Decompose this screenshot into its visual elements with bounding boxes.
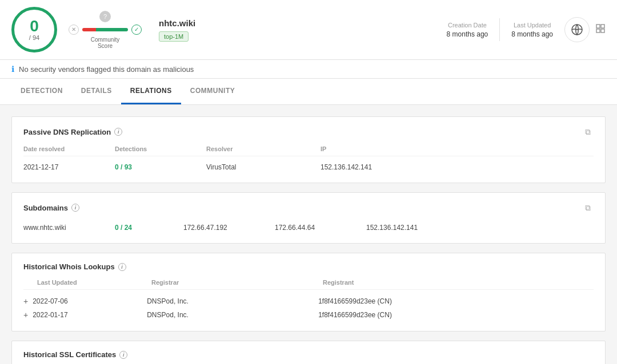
whois-info-icon: i: [118, 263, 126, 271]
last-updated-label: Last Updated: [511, 22, 553, 29]
whois-row-1-grid: 2022-07-06 DNSPod, Inc. 1f8f4166599d23ee…: [33, 297, 594, 305]
whois-expand-2[interactable]: +: [23, 310, 28, 319]
whois-title: Historical Whois Lookups i: [23, 262, 126, 271]
passive-dns-table-header: Date resolved Detections Resolver IP: [23, 145, 594, 156]
creation-date-value: 8 months ago: [447, 30, 488, 38]
score-circle: 0 / 94: [11, 7, 57, 52]
subdomains-copy-icon[interactable]: ⧉: [582, 202, 594, 213]
passive-dns-header: Passive DNS Replication i ⧉: [23, 126, 594, 137]
subdomains-section: Subdomains i ⧉ www.nhtc.wiki 0 / 24 172.…: [11, 192, 606, 244]
passive-dns-row: 2021-12-17 0 / 93 VirusTotal 152.136.142…: [23, 161, 594, 173]
passive-dns-copy-icon[interactable]: ⧉: [582, 126, 594, 137]
whois-row-2: + 2022-01-17 DNSPod, Inc. 1f8f4166599d23…: [23, 308, 594, 322]
whois-row-2-grid: 2022-01-17 DNSPod, Inc. 1f8f4166599d23ee…: [33, 311, 594, 319]
subdomains-title: Subdomains i: [23, 204, 79, 212]
ssl-section-header: Historical SSL Certificates i: [23, 350, 594, 359]
domain-info: nhtc.wiki top-1M: [159, 18, 447, 42]
domain-tag: top-1M: [159, 31, 189, 42]
subdomains-header: Subdomains i ⧉: [23, 202, 594, 213]
globe-icon[interactable]: [564, 17, 590, 42]
whois-expand-1[interactable]: +: [23, 297, 28, 306]
community-bar-red: [82, 28, 96, 31]
alert-text: No security vendors flagged this domain …: [19, 65, 194, 74]
creation-date-label: Creation Date: [447, 22, 488, 29]
community-bar-green: [96, 28, 128, 31]
score-number: 0: [30, 18, 39, 34]
top-bar: 0 / 94 ? ✕ ✓ CommunityScore nhtc.wiki to…: [0, 0, 617, 60]
community-x-button[interactable]: ✕: [69, 25, 79, 35]
passive-dns-title: Passive DNS Replication i: [23, 128, 122, 136]
whois-section-header: Historical Whois Lookups i: [23, 262, 594, 271]
meta-info: Creation Date 8 months ago Last Updated …: [447, 18, 553, 41]
ssl-section: Historical SSL Certificates i First seen…: [11, 341, 606, 364]
svg-rect-2: [601, 25, 604, 28]
tab-relations[interactable]: RELATIONS: [121, 79, 181, 104]
alert-info-icon: ℹ: [11, 64, 14, 74]
svg-rect-3: [596, 29, 600, 33]
subdomains-row: www.nhtc.wiki 0 / 24 172.66.47.192 172.6…: [23, 221, 594, 234]
meta-divider: [499, 18, 500, 41]
svg-rect-1: [596, 25, 600, 28]
ssl-info-icon: i: [119, 351, 127, 359]
community-bar: [82, 28, 128, 31]
whois-section: Historical Whois Lookups i Last Updated …: [11, 253, 606, 331]
community-bar-area: ✕ ✓: [69, 25, 142, 35]
main-content: Passive DNS Replication i ⧉ Date resolve…: [0, 105, 617, 364]
last-updated-value: 8 months ago: [511, 30, 553, 38]
domain-name: nhtc.wiki: [159, 18, 447, 28]
last-updated-block: Last Updated 8 months ago: [511, 22, 553, 38]
passive-dns-info-icon: i: [114, 128, 122, 136]
ssl-title: Historical SSL Certificates i: [23, 350, 127, 359]
tabs-bar: DETECTION DETAILS RELATIONS COMMUNITY: [0, 79, 617, 105]
subdomains-info-icon: i: [71, 204, 79, 212]
expand-icon[interactable]: [595, 23, 606, 36]
creation-date-block: Creation Date 8 months ago: [447, 22, 488, 38]
tab-detection[interactable]: DETECTION: [11, 79, 72, 104]
svg-rect-4: [601, 29, 604, 33]
whois-row-1: + 2022-07-06 DNSPod, Inc. 1f8f4166599d23…: [23, 294, 594, 308]
community-label: CommunityScore: [91, 37, 120, 49]
score-total: / 94: [29, 34, 39, 41]
community-question-mark: ?: [99, 11, 111, 22]
community-check-button[interactable]: ✓: [131, 25, 142, 35]
tab-community[interactable]: COMMUNITY: [181, 79, 245, 104]
tab-details[interactable]: DETAILS: [72, 79, 121, 104]
community-score-area: ? ✕ ✓ CommunityScore: [69, 11, 142, 49]
whois-table-header: Last Updated Registrar Registrant: [23, 279, 594, 290]
passive-dns-section: Passive DNS Replication i ⧉ Date resolve…: [11, 116, 606, 183]
alert-bar: ℹ No security vendors flagged this domai…: [0, 60, 617, 79]
